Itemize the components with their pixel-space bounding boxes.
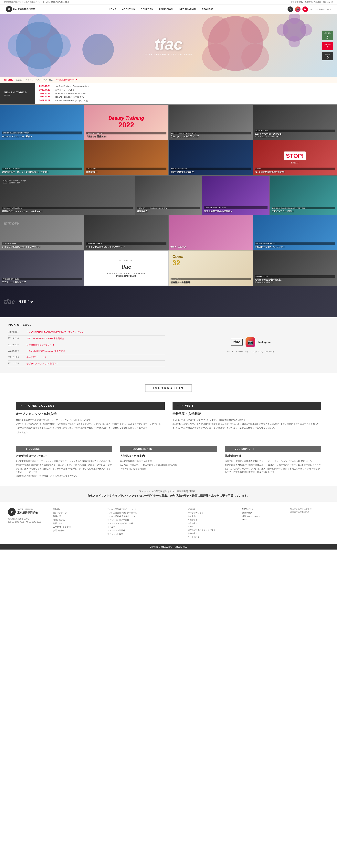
footer-link-r5[interactable]: 企業の方へ: [188, 522, 240, 525]
open-college-btn[interactable]: → → OPEN COLLEGE: [16, 402, 165, 410]
twitter-icon[interactable]: 𝕏: [287, 6, 293, 12]
pickup-link-1[interactable]: 「MARUNOUCHI FASHION WEEK 2022」ランウェイショー: [27, 331, 85, 334]
open-college-arrow: →: [20, 404, 22, 407]
grid-info-high-sub: 高等教育無償化対象校: [255, 281, 335, 284]
footer-link-contact[interactable]: お問い合わせ: [53, 529, 105, 532]
grid-staff-title: 学生スタッフ体験入学ブログ: [171, 135, 251, 138]
grid-school-guidance[interactable]: SCHOOL GUIDANCE 来校学校見学・オンライン個別説明会（予約制）: [0, 140, 84, 176]
news-date-2: 2022.04.28: [39, 89, 53, 91]
svg-point-13: [277, 24, 288, 36]
footer-link-course3[interactable]: アパレル技能科 衣装製作コース: [107, 515, 186, 518]
grid-notification[interactable]: NOTIFICATION 2023年度 学科コース名変更 アパレル技能科 衣装製…: [253, 105, 337, 140]
grid-digital-pamphlet[interactable]: DIGITAL PAMPHLET 2023 学校案内デジタルパンフレット: [253, 215, 337, 250]
footer-link-course5[interactable]: ファッションスタイリスト科: [107, 522, 186, 525]
requirements-btn[interactable]: → → REQUIREMENTS: [120, 446, 217, 452]
top-bar-info-link[interactable]: 資料請求 情報: [291, 1, 303, 3]
grid-beauty-training[interactable]: Beauty Training 2022 『美トレ』開催 7.24 Beauty…: [84, 105, 168, 140]
footer-link-course4[interactable]: ファッションビジネス科: [107, 519, 186, 521]
visit-side-btn[interactable]: 学校見学 V VISIT: [322, 31, 333, 40]
footer-link-blog3[interactable]: 就職ブログクション: [242, 515, 284, 518]
footer-link-course1[interactable]: アパレル造形科デザイナーコース: [107, 508, 186, 511]
news-text-4[interactable]: Today's Fashion〜先生編 ＃43: [55, 95, 84, 98]
footer-link-training[interactable]: 研修システム: [53, 519, 105, 521]
footer-link-r2[interactable]: オープンカレッジ: [188, 512, 240, 514]
grid-popup1[interactable]: POP-UP STORE 1 ショップ起案実習18Aショップオープン Mirro…: [0, 215, 84, 250]
news-text-2[interactable]: カモキョン・＃706: [55, 89, 74, 92]
grid-fashionista[interactable]: FASHIONISTA BLOG. モデルコース学生ブログ: [0, 250, 84, 286]
footer-banner-text1: ファッションの専門学校なら t f a c 東京服飾専門学校。: [4, 490, 333, 493]
footer-link-job[interactable]: 就職支援: [53, 515, 105, 518]
nav-courses[interactable]: COURSES: [141, 8, 153, 10]
grid-design-award[interactable]: HIGH SCHOOL DESIGN COMPETITION デザインアワード2…: [270, 176, 337, 215]
nav-information[interactable]: INFORMATION: [178, 8, 196, 10]
grid-covid[interactable]: STOP! 感染拡大 notice: tfacコロナ感染症拡大予防対策: [253, 140, 337, 176]
footer-link-course8[interactable]: ファッション販売: [107, 533, 186, 535]
question-side-btn[interactable]: 質問箱 Q: [322, 52, 333, 60]
grid-coeur[interactable]: Coeur Vol.32 校内服クール最新号 Coeur 32: [169, 250, 253, 286]
footer-link-course2[interactable]: アパレル造形科パタンナーコース: [107, 512, 186, 514]
press-blog-tag: PRESS BLOG！: [119, 259, 134, 261]
open-college-card-body: tfac東京服飾専門学校では年間を通して、オープンカレッジを開催しています。 フ…: [16, 418, 165, 430]
grid-information-high[interactable]: INFORMATION 高等教育無償化対象校認定。 高等教育無償化対象校: [253, 250, 337, 286]
nav-request[interactable]: REQUEST: [202, 8, 214, 10]
visit-btn[interactable]: → → VISIT: [172, 402, 321, 410]
news-item-1: 2022.04.28 tfac先生ドトレ〜♪ Terayama先生〜: [39, 85, 333, 88]
6course-btn-label: → 6 COURSE: [23, 447, 40, 451]
pickup-item-3: 2022.02.15 いが束束実習にチャレンジ！: [8, 342, 165, 348]
footer-link-course6[interactable]: モデル科: [107, 526, 186, 528]
grid-popup2[interactable]: POP-UP STORE 2 ショップ起案実習18Bショップオープン: [84, 215, 168, 250]
pickup-link-3[interactable]: いが束束実習にチャレンジ！: [27, 343, 55, 346]
vlog-link[interactable]: tfac東京服飾専門学校 ▶: [56, 79, 78, 81]
pickup-link-6[interactable]: サプライズ！ついについ対面！！！: [27, 362, 61, 365]
grid-fashion-show[interactable]: 2022 tfac Fashion Show 卒業制作ファッションショー〈学生b…: [0, 176, 135, 215]
grid-press-blog[interactable]: PRESS BLOG！ tfac TOKYO FASHION ART COLLE…: [84, 250, 168, 286]
nav-admission[interactable]: ADMISSION: [159, 8, 173, 10]
grid-get-job[interactable]: GET A JOB 就職室 便り: [84, 140, 168, 176]
footer-banner-text2: 有名スタイリストや有名ブランドファッションデザイナーを輩出。70年以上の歴史と最…: [4, 494, 333, 498]
grid-obog[interactable]: OBOG INTERVIEW 業界で活躍する先輩たち: [169, 140, 253, 176]
6course-btn[interactable]: → → 6 COURSE: [16, 446, 112, 452]
footer-link-r8[interactable]: 学内の方へ: [188, 532, 240, 535]
instagram-nav-icon[interactable]: 📷: [295, 6, 301, 12]
footer-link-blog4[interactable]: press: [242, 519, 284, 521]
request-side-btn[interactable]: 資料請求 R: [322, 42, 333, 50]
nav-home[interactable]: HOME: [109, 8, 116, 10]
open-college-info-card: → → OPEN COLLEGE オープンカレッジ・体験入学 tfac東京服飾専…: [16, 402, 165, 434]
footer-link-r6[interactable]: press: [188, 526, 240, 528]
footer-link-blog1[interactable]: PRESブログ: [242, 508, 284, 511]
footer-link-uniform[interactable]: 制服アトリエ: [53, 522, 105, 525]
pickup-link-5[interactable]: 学生がTVに！！！！: [27, 356, 47, 359]
news-text-3[interactable]: MARUNOUCHI FASHION WEEK -: [55, 92, 88, 95]
svg-point-7: [242, 16, 269, 43]
news-text-5[interactable]: Today's Fashion〜アシスタント編: [55, 99, 88, 102]
footer-link-course7[interactable]: ファッション業界科: [107, 529, 186, 532]
grid-class-intro[interactable]: CLASS INTRODUCTION！ 東京服飾専門学校の授業紹介: [202, 176, 270, 215]
nav-aboutus[interactable]: ABOUT US: [122, 8, 135, 10]
footer-link-r9[interactable]: サイトポリシー: [188, 536, 240, 538]
grid-jury[interactable]: JURY OF 2022 tfac FASHION SHOW 審査員紹介: [135, 176, 202, 215]
footer-link-r1[interactable]: 資料請求: [188, 508, 240, 511]
grid-efashion[interactable]: tfac 〜 ニュース: [169, 215, 253, 250]
top-bar-visit-link[interactable]: 学校見学 入学相談: [305, 1, 321, 3]
pickup-link-2[interactable]: 2022 tfac FASHION SHOW 審査員紹介: [27, 337, 64, 340]
top-bar-contact-link[interactable]: 問い合わせ: [323, 1, 333, 3]
footer-link-college-life[interactable]: カレッジライフ: [53, 512, 105, 514]
pickup-link-4[interactable]: 「Kumely 3月号にTsumagari先生ご登場！」: [27, 350, 69, 352]
footer-link-r4[interactable]: 卒業ブログ: [188, 519, 240, 521]
pickup-item-6: 2021.11.25 サプライズ！ついについ対面！！！: [8, 361, 165, 367]
news-text-1[interactable]: tfac先生ドトレ〜♪ Terayama先生〜: [55, 85, 89, 88]
footer-link-r7[interactable]: 日本モデルエージェンシー協会: [188, 529, 240, 531]
footer-link-school[interactable]: 学校紹介: [53, 508, 105, 511]
grid-open-college[interactable]: OPEN COLLEGE INFORMATION！ 2022オープンカレッジご案…: [0, 105, 84, 140]
footer-link-blog2[interactable]: 業界ブログ: [242, 512, 284, 514]
youtube-icon[interactable]: ▶: [303, 6, 308, 12]
instagram-caption[interactable]: tfac オフィシャル・インスタグラムはコチラから: [227, 350, 274, 353]
instagram-icon[interactable]: 📷: [246, 337, 255, 347]
job-support-btn[interactable]: → → JOB SUPPORT: [225, 446, 321, 452]
footer-link-r3[interactable]: 学校見学: [188, 515, 240, 518]
grid-staff-blog[interactable]: OPEN COLLEGE STAFF BLOG. 学生スタッフ体験入学ブログ: [169, 105, 253, 140]
grid-rijicho[interactable]: tfac 理事長ブログ: [0, 286, 337, 317]
news-list: 2022.04.28 tfac先生ドトレ〜♪ Terayama先生〜 2022.…: [35, 83, 337, 104]
grid-open-college-tag: OPEN COLLEGE INFORMATION！: [2, 131, 82, 134]
footer-link-admission[interactable]: 入学案内・募集要項: [53, 526, 105, 528]
